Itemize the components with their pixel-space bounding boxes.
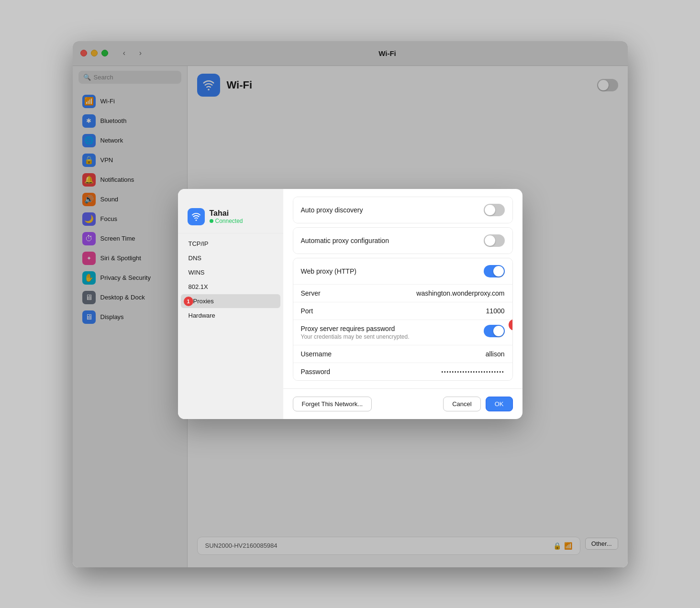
auto-proxy-discovery-knob	[485, 205, 495, 215]
requires-password-toggle[interactable]	[484, 325, 505, 337]
requires-password-info: Proxy server requires password Your cred…	[301, 325, 410, 340]
modal-network-header: Tahai Connected	[178, 199, 283, 233]
modal-overlay: Tahai Connected TCP/IP	[73, 41, 628, 567]
cancel-button[interactable]: Cancel	[443, 397, 480, 411]
auto-proxy-discovery-section: Auto proxy discovery	[293, 197, 513, 223]
modal-proxies-content: Auto proxy discovery Automatic proxy con…	[283, 189, 522, 388]
server-label: Server	[301, 289, 321, 297]
password-value: ••••••••••••••••••••••••	[441, 369, 504, 375]
system-preferences-window: ‹ › Wi-Fi 🔍 Search 📶 Wi-Fi ✱ Bluetooth	[73, 41, 628, 567]
web-proxy-http-header: Web proxy (HTTP)	[293, 258, 512, 284]
badge-3: 3	[509, 319, 513, 331]
credentials-warning: Your credentials may be sent unencrypted…	[301, 333, 410, 340]
menu-item-wins[interactable]: WINS	[181, 265, 280, 279]
proxies-modal: Tahai Connected TCP/IP	[178, 189, 522, 419]
server-value: washington.wonderproxy.com	[416, 289, 504, 297]
password-label: Password	[301, 368, 330, 376]
modal-inner: Tahai Connected TCP/IP	[178, 189, 522, 419]
auto-proxy-config-section: Automatic proxy configuration	[293, 227, 513, 254]
modal-network-status: Connected	[210, 218, 243, 224]
requires-password-row: Proxy server requires password Your cred…	[293, 320, 512, 345]
web-proxy-http-toggle[interactable]	[484, 265, 505, 277]
server-row: Server washington.wonderproxy.com	[293, 284, 512, 302]
wifi-modal-svg	[191, 211, 201, 222]
port-row: Port 11000	[293, 302, 512, 320]
modal-left-panel: Tahai Connected TCP/IP	[178, 189, 283, 419]
auto-proxy-discovery-toggle[interactable]	[484, 204, 505, 216]
menu-item-proxies[interactable]: 1 Proxies	[181, 294, 280, 308]
auto-proxy-discovery-header: Auto proxy discovery	[293, 197, 512, 223]
menu-item-hardware[interactable]: Hardware	[181, 309, 280, 322]
modal-left-menu: TCP/IP DNS WINS 802.1X	[178, 233, 283, 326]
password-row: Password ••••••••••••••••••••••••	[293, 363, 512, 380]
port-value: 11000	[486, 307, 505, 315]
menu-item-dns[interactable]: DNS	[181, 251, 280, 265]
username-value: allison	[486, 350, 505, 358]
modal-footer: Forget This Network... Cancel OK	[283, 388, 522, 419]
web-proxy-http-section: 2 Web proxy (HTTP) Server washington.wo	[293, 258, 513, 381]
modal-network-info: Tahai Connected	[210, 209, 243, 224]
modal-network-icon	[188, 208, 205, 225]
web-proxy-http-knob	[493, 266, 504, 276]
modal-network-name: Tahai	[210, 209, 243, 218]
menu-item-tcpip[interactable]: TCP/IP	[181, 237, 280, 251]
web-proxy-http-label: Web proxy (HTTP)	[301, 267, 356, 275]
badge1-wrap: 1 Proxies	[189, 298, 214, 305]
badge3-and-toggle: 3	[484, 325, 505, 337]
modal-right-panel: Auto proxy discovery Automatic proxy con…	[283, 189, 522, 419]
network-status-text: Connected	[215, 218, 243, 224]
forget-network-button[interactable]: Forget This Network...	[293, 397, 372, 411]
ok-button[interactable]: OK	[486, 397, 513, 411]
footer-actions: Cancel OK	[443, 397, 512, 411]
username-label: Username	[301, 350, 332, 358]
port-label: Port	[301, 307, 313, 315]
auto-proxy-config-toggle[interactable]	[484, 234, 505, 247]
status-dot	[210, 219, 213, 223]
auto-proxy-config-header: Automatic proxy configuration	[293, 228, 512, 254]
username-row: Username allison	[293, 345, 512, 363]
auto-proxy-config-label: Automatic proxy configuration	[301, 237, 389, 244]
auto-proxy-discovery-label: Auto proxy discovery	[301, 206, 363, 214]
menu-item-8021x[interactable]: 802.1X	[181, 280, 280, 294]
auto-proxy-config-knob	[485, 235, 495, 246]
badge-1: 1	[184, 297, 193, 306]
requires-password-label: Proxy server requires password	[301, 325, 410, 332]
requires-password-knob	[493, 326, 504, 336]
